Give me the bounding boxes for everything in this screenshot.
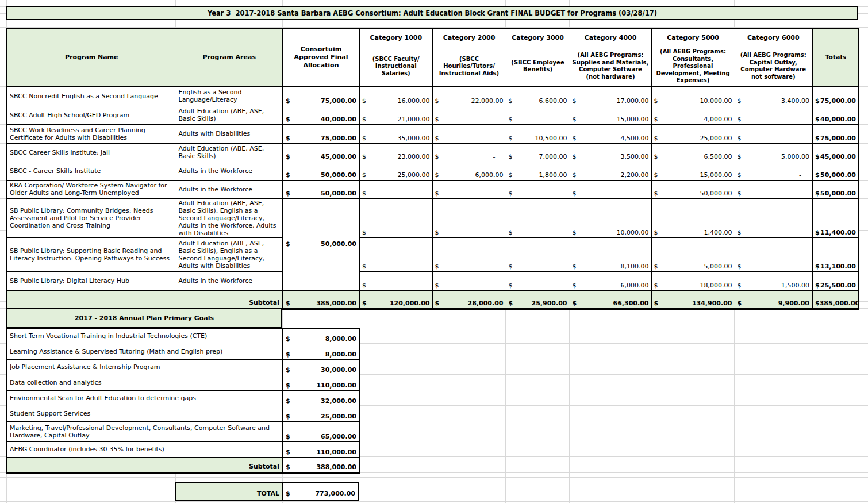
cell-goal-label[interactable]: Student Support Services xyxy=(7,406,283,421)
cell-category-4000[interactable]: $2,200.00 xyxy=(570,162,651,180)
cell-allocation[interactable]: $40,000.00 xyxy=(283,106,359,124)
cell-category-4000[interactable]: $4,500.00 xyxy=(570,124,651,143)
cell-row-total[interactable]: $11,400.00 xyxy=(812,198,859,237)
cell-goal-label[interactable]: Learning Assistance & Supervised Tutorin… xyxy=(7,344,283,359)
cell-category-3000[interactable]: $- xyxy=(506,271,570,290)
subtotal-category-1000[interactable]: $120,000.00 xyxy=(359,290,432,309)
cell-allocation[interactable]: $75,000.00 xyxy=(283,86,359,106)
header-category-1000[interactable]: Category 1000 xyxy=(359,29,432,47)
cell-row-total[interactable]: $13,100.00 xyxy=(812,237,859,271)
cell-allocation[interactable]: $75,000.00 xyxy=(283,124,359,143)
cell-allocation[interactable]: $50,000.00 xyxy=(283,162,359,180)
cell-category-4000[interactable]: $- xyxy=(570,180,651,198)
cell-goal-amount[interactable]: $8,000.00 xyxy=(283,344,359,359)
cell-category-6000[interactable]: $- xyxy=(735,106,812,124)
sheet-title-cell[interactable]: Year 3 2017-2018 Santa Barbara AEBG Cons… xyxy=(6,6,858,20)
header-category-2000[interactable]: Category 2000 xyxy=(432,29,506,47)
cell-category-1000[interactable]: $25,000.00 xyxy=(359,162,432,180)
cell-goal-label[interactable]: Marketing, Travel/Professional Developme… xyxy=(7,421,283,441)
cell-row-total[interactable]: $50,000.00 xyxy=(812,180,859,198)
cell-program-name[interactable]: SBCC - Career Skills Institute xyxy=(7,162,176,180)
cell-row-total[interactable]: $75,000.00 xyxy=(812,124,859,143)
cell-program-area[interactable]: Adult Education (ABE, ASE, Basic Skills) xyxy=(176,106,283,124)
goals-subtotal-label-cell[interactable]: Subtotal xyxy=(7,457,283,473)
cell-category-1000[interactable]: $23,000.00 xyxy=(359,143,432,162)
cell-category-6000[interactable]: $- xyxy=(735,124,812,143)
cell-category-5000[interactable]: $50,000.00 xyxy=(651,180,735,198)
cell-category-1000[interactable]: $- xyxy=(359,271,432,290)
cell-goal-label[interactable]: Data collection and analytics xyxy=(7,375,283,390)
cell-allocation-merged[interactable]: $50,000.00 xyxy=(283,198,359,290)
cell-category-3000[interactable]: $10,500.00 xyxy=(506,124,570,143)
cell-program-area[interactable]: Adult Education (ABE, ASE, Basic Skills)… xyxy=(176,237,283,271)
cell-category-4000[interactable]: $3,500.00 xyxy=(570,143,651,162)
cell-category-1000[interactable]: $- xyxy=(359,237,432,271)
cell-row-total[interactable]: $25,500.00 xyxy=(812,271,859,290)
cell-category-3000[interactable]: $6,600.00 xyxy=(506,86,570,106)
cell-category-6000[interactable]: $- xyxy=(735,198,812,237)
subtotal-category-4000[interactable]: $66,300.00 xyxy=(570,290,651,309)
cell-allocation[interactable]: $50,000.00 xyxy=(283,180,359,198)
header-program-areas[interactable]: Program Areas xyxy=(176,29,283,86)
cell-category-5000[interactable]: $5,000.00 xyxy=(651,237,735,271)
cell-category-1000[interactable]: $- xyxy=(359,198,432,237)
header-category-4000[interactable]: Category 4000 xyxy=(570,29,651,47)
header-category-2000-desc[interactable]: (SBCC Hourlies/Tutors/ Instructional Aid… xyxy=(432,47,506,86)
cell-program-name[interactable]: SB Public Library: Digital Literacy Hub xyxy=(7,271,176,290)
cell-category-2000[interactable]: $- xyxy=(432,124,506,143)
header-totals[interactable]: Totals xyxy=(812,29,859,86)
subtotal-category-6000[interactable]: $9,900.00 xyxy=(735,290,812,309)
cell-category-4000[interactable]: $10,000.00 xyxy=(570,198,651,237)
cell-row-total[interactable]: $50,000.00 xyxy=(812,162,859,180)
cell-category-6000[interactable]: $5,000.00 xyxy=(735,143,812,162)
cell-category-6000[interactable]: $- xyxy=(735,180,812,198)
cell-goal-amount[interactable]: $30,000.00 xyxy=(283,359,359,375)
cell-program-name[interactable]: SBCC Work Readiness and Career Planning … xyxy=(7,124,176,143)
cell-program-name[interactable]: SBCC Adult High School/GED Program xyxy=(7,106,176,124)
cell-category-3000[interactable]: $- xyxy=(506,237,570,271)
cell-category-6000[interactable]: $- xyxy=(735,162,812,180)
cell-category-6000[interactable]: $3,400.00 xyxy=(735,86,812,106)
cell-program-area[interactable]: Adults with Disabilities xyxy=(176,124,283,143)
cell-category-1000[interactable]: $35,000.00 xyxy=(359,124,432,143)
cell-goal-amount[interactable]: $110,000.00 xyxy=(283,375,359,390)
cell-category-2000[interactable]: $6,000.00 xyxy=(432,162,506,180)
cell-category-2000[interactable]: $- xyxy=(432,143,506,162)
cell-category-4000[interactable]: $15,000.00 xyxy=(570,106,651,124)
cell-category-5000[interactable]: $4,000.00 xyxy=(651,106,735,124)
header-category-1000-desc[interactable]: (SBCC Faculty/ Instructional Salaries) xyxy=(359,47,432,86)
cell-program-area[interactable]: Adults in the Workforce xyxy=(176,180,283,198)
cell-category-5000[interactable]: $1,400.00 xyxy=(651,198,735,237)
cell-program-name[interactable]: SBCC Noncredit English as a Second Langu… xyxy=(7,86,176,106)
cell-goal-amount[interactable]: $32,000.00 xyxy=(283,390,359,406)
cell-program-area[interactable]: Adults in the Workforce xyxy=(176,271,283,290)
cell-category-4000[interactable]: $8,100.00 xyxy=(570,237,651,271)
cell-goal-label[interactable]: Job Placement Assistance & Internship Pr… xyxy=(7,359,283,375)
goals-subtotal-amount[interactable]: $388,000.00 xyxy=(283,457,359,473)
header-category-3000[interactable]: Category 3000 xyxy=(506,29,570,47)
cell-goal-amount[interactable]: $25,000.00 xyxy=(283,406,359,421)
header-category-6000[interactable]: Category 6000 xyxy=(735,29,812,47)
grand-total-label-cell[interactable]: TOTAL xyxy=(176,483,283,500)
subtotal-category-3000[interactable]: $25,900.00 xyxy=(506,290,570,309)
header-allocation[interactable]: Consortuim Approved Final Allocation xyxy=(283,29,359,86)
cell-program-name[interactable]: KRA Corporation/ Workforce System Naviga… xyxy=(7,180,176,198)
cell-category-6000[interactable]: $- xyxy=(735,237,812,271)
cell-category-5000[interactable]: $6,500.00 xyxy=(651,143,735,162)
cell-category-5000[interactable]: $10,000.00 xyxy=(651,86,735,106)
subtotal-category-2000[interactable]: $28,000.00 xyxy=(432,290,506,309)
goals-header-cell[interactable]: 2017 - 2018 Annual Plan Primary Goals xyxy=(6,308,282,328)
cell-category-2000[interactable]: $- xyxy=(432,180,506,198)
cell-category-5000[interactable]: $25,000.00 xyxy=(651,124,735,143)
header-category-5000[interactable]: Category 5000 xyxy=(651,29,735,47)
cell-category-5000[interactable]: $18,000.00 xyxy=(651,271,735,290)
subtotal-label-cell[interactable]: Subtotal xyxy=(7,290,283,309)
cell-row-total[interactable]: $45,000.00 xyxy=(812,143,859,162)
cell-category-2000[interactable]: $- xyxy=(432,106,506,124)
header-category-3000-desc[interactable]: (SBCC Employee Benefits) xyxy=(506,47,570,86)
subtotal-category-5000[interactable]: $134,900.00 xyxy=(651,290,735,309)
header-category-5000-desc[interactable]: (All AEBG Programs: Consultants, Profess… xyxy=(651,47,735,86)
cell-category-3000[interactable]: $7,000.00 xyxy=(506,143,570,162)
cell-category-2000[interactable]: $- xyxy=(432,237,506,271)
grand-total-amount-cell[interactable]: $ 773,000.00 xyxy=(283,483,358,500)
